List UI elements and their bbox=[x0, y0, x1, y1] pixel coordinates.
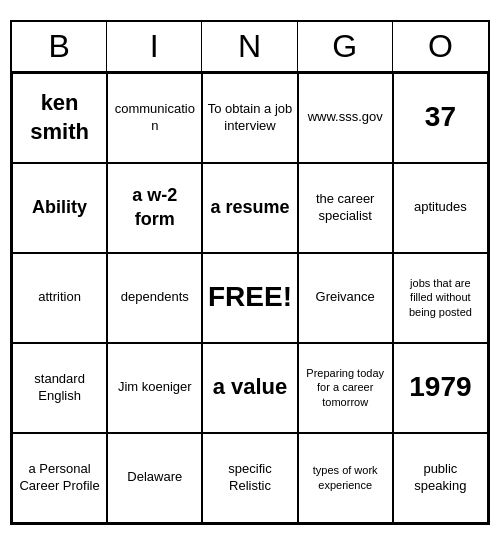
bingo-cell-8: the career specialist bbox=[298, 163, 393, 253]
bingo-cell-22: specific Relistic bbox=[202, 433, 297, 523]
bingo-header-letter: N bbox=[202, 22, 297, 71]
bingo-header: BINGO bbox=[12, 22, 488, 73]
bingo-cell-1: communication bbox=[107, 73, 202, 163]
bingo-cell-21: Delaware bbox=[107, 433, 202, 523]
bingo-cell-3: www.sss.gov bbox=[298, 73, 393, 163]
bingo-cell-0: ken smith bbox=[12, 73, 107, 163]
bingo-header-letter: B bbox=[12, 22, 107, 71]
bingo-cell-6: a w-2 form bbox=[107, 163, 202, 253]
bingo-cell-18: Preparing today for a career tomorrow bbox=[298, 343, 393, 433]
bingo-cell-23: types of work experience bbox=[298, 433, 393, 523]
bingo-cell-12: FREE! bbox=[202, 253, 297, 343]
bingo-card: BINGO ken smithcommunicationTo obtain a … bbox=[10, 20, 490, 525]
bingo-cell-20: a Personal Career Profile bbox=[12, 433, 107, 523]
bingo-cell-16: Jim koeniger bbox=[107, 343, 202, 433]
bingo-cell-14: jobs that are filled without being poste… bbox=[393, 253, 488, 343]
bingo-header-letter: O bbox=[393, 22, 488, 71]
bingo-cell-17: a value bbox=[202, 343, 297, 433]
bingo-header-letter: G bbox=[298, 22, 393, 71]
bingo-cell-11: dependents bbox=[107, 253, 202, 343]
bingo-cell-13: Greivance bbox=[298, 253, 393, 343]
bingo-cell-9: aptitudes bbox=[393, 163, 488, 253]
bingo-grid: ken smithcommunicationTo obtain a job in… bbox=[12, 73, 488, 523]
bingo-cell-15: standard English bbox=[12, 343, 107, 433]
bingo-cell-24: public speaking bbox=[393, 433, 488, 523]
bingo-header-letter: I bbox=[107, 22, 202, 71]
bingo-cell-10: attrition bbox=[12, 253, 107, 343]
bingo-cell-19: 1979 bbox=[393, 343, 488, 433]
bingo-cell-7: a resume bbox=[202, 163, 297, 253]
bingo-cell-2: To obtain a job interview bbox=[202, 73, 297, 163]
bingo-cell-5: Ability bbox=[12, 163, 107, 253]
bingo-cell-4: 37 bbox=[393, 73, 488, 163]
